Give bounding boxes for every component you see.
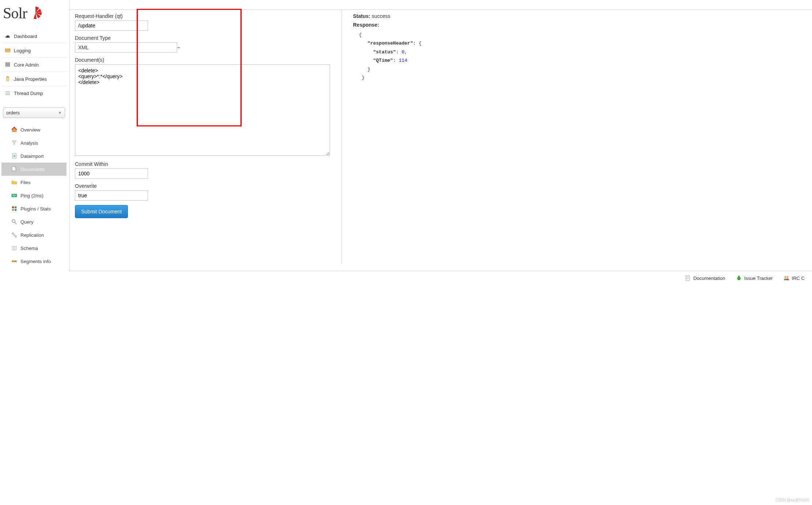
response-label: Response:	[353, 22, 379, 28]
footer-irc[interactable]: IRC C	[783, 275, 805, 281]
subnav-files[interactable]: Files	[1, 176, 67, 189]
footer-label: IRC C	[792, 276, 805, 281]
documents-textarea[interactable]	[75, 64, 330, 156]
subnav-schema[interactable]: Schema	[1, 242, 67, 255]
subnav-query[interactable]: Query	[1, 215, 67, 228]
svg-rect-17	[12, 209, 14, 211]
core-select-dropdown[interactable]: orders ▼	[3, 107, 65, 118]
svg-rect-10	[5, 94, 10, 95]
logo-text: Solr	[3, 4, 27, 22]
segments-icon	[11, 258, 18, 265]
import-icon	[11, 153, 18, 159]
main-content: Request-Handler (qt) Document Type XML D…	[69, 0, 812, 271]
overwrite-label: Overwrite	[75, 183, 331, 189]
main-nav: Dashboard Logging Core Admin Java Proper…	[1, 29, 67, 100]
svg-rect-3	[5, 62, 10, 64]
nav-label: Java Properties	[14, 76, 47, 82]
svg-rect-15	[12, 206, 14, 208]
subnav-label: Overview	[20, 127, 40, 133]
subnav-label: Ping (2ms)	[20, 193, 43, 198]
svg-point-22	[15, 236, 17, 238]
doc-icon	[684, 275, 691, 281]
subnav-plugins[interactable]: Plugins / Stats	[1, 202, 67, 215]
footer-label: Documentation	[693, 276, 725, 281]
request-handler-input[interactable]	[75, 20, 148, 31]
sun-icon	[29, 7, 42, 20]
subnav-ping[interactable]: Ping (2ms)	[1, 189, 67, 202]
svg-rect-5	[5, 65, 10, 67]
subnav-analysis[interactable]: Analysis	[1, 136, 67, 149]
bug-icon	[736, 275, 742, 281]
svg-rect-4	[5, 64, 10, 65]
svg-line-36	[740, 279, 741, 280]
commit-within-input[interactable]	[75, 168, 148, 179]
gauge-icon	[4, 33, 11, 39]
svg-point-38	[786, 276, 788, 278]
core-selector: orders ▼	[3, 107, 65, 118]
document-type-label: Document Type	[75, 35, 331, 41]
svg-rect-18	[15, 209, 16, 211]
status-line: Status: success	[353, 13, 802, 19]
subnav-segments[interactable]: Segments info	[1, 255, 67, 268]
server-icon	[4, 61, 11, 68]
inbox-icon	[4, 47, 11, 54]
svg-point-32	[738, 276, 740, 278]
nav-label: Dashboard	[14, 34, 37, 39]
subnav-label: Plugins / Stats	[20, 206, 51, 212]
subnav-label: Query	[20, 219, 33, 225]
request-handler-label: Request-Handler (qt)	[75, 13, 331, 19]
response-panel: Status: success Response: { "responseHea…	[342, 10, 802, 263]
subnav-label: Replication	[20, 232, 44, 238]
core-select-value: orders	[6, 110, 20, 115]
footer-issue-tracker[interactable]: Issue Tracker	[736, 275, 773, 281]
subnav-replication[interactable]: Replication	[1, 228, 67, 242]
svg-rect-27	[686, 276, 690, 281]
ping-icon	[11, 192, 18, 199]
footer-label: Issue Tracker	[744, 276, 773, 281]
nav-java-properties[interactable]: Java Properties	[1, 72, 67, 86]
svg-rect-9	[5, 93, 10, 94]
core-subnav: Overview Analysis Dataimport Documents F…	[1, 123, 67, 268]
funnel-icon	[11, 140, 18, 146]
nav-thread-dump[interactable]: Thread Dump	[1, 86, 67, 100]
svg-rect-8	[5, 91, 10, 92]
people-icon	[783, 275, 790, 281]
svg-rect-16	[15, 206, 16, 208]
svg-point-37	[784, 276, 786, 278]
svg-rect-2	[5, 49, 10, 52]
commit-within-label: Commit Within	[75, 161, 331, 167]
logo[interactable]: Solr	[1, 3, 67, 29]
response-json: { "responseHeader": { "status": 0, "QTim…	[359, 31, 802, 82]
nav-core-admin[interactable]: Core Admin	[1, 57, 67, 72]
sidebar: Solr Dashboard	[0, 0, 69, 271]
nav-label: Logging	[14, 48, 31, 53]
nav-logging[interactable]: Logging	[1, 43, 67, 57]
magnify-icon	[11, 219, 18, 225]
svg-rect-6	[6, 77, 9, 81]
subnav-label: Segments info	[20, 259, 51, 264]
status-value: success	[372, 13, 390, 19]
nav-label: Core Admin	[14, 62, 39, 68]
subnav-label: Schema	[20, 246, 38, 251]
subnav-documents[interactable]: Documents	[1, 163, 67, 176]
svg-rect-13	[12, 167, 15, 171]
nav-label: Thread Dump	[14, 91, 43, 96]
documents-icon	[11, 166, 18, 172]
submit-document-button[interactable]: Submit Document	[75, 205, 128, 218]
book-icon	[11, 245, 18, 251]
subnav-dataimport[interactable]: Dataimport	[1, 149, 67, 163]
subnav-overview[interactable]: Overview	[1, 123, 67, 136]
document-form: Request-Handler (qt) Document Type XML D…	[75, 10, 331, 263]
chevron-down-icon: ▼	[58, 111, 62, 115]
subnav-label: Analysis	[20, 140, 38, 146]
folder-icon	[11, 179, 18, 186]
footer-documentation[interactable]: Documentation	[684, 275, 725, 281]
svg-point-19	[12, 220, 15, 223]
overwrite-input[interactable]	[75, 190, 148, 201]
status-label: Status:	[353, 13, 370, 19]
svg-rect-7	[7, 76, 9, 77]
replication-icon	[11, 232, 18, 238]
nav-dashboard[interactable]: Dashboard	[1, 29, 67, 43]
subnav-label: Dataimport	[20, 153, 44, 159]
document-type-select[interactable]: XML	[75, 42, 177, 53]
